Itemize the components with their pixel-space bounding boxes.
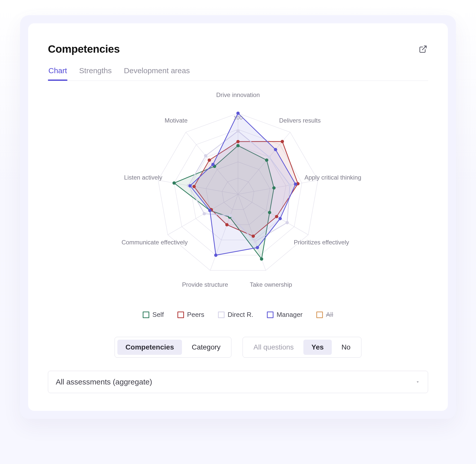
legend-item-direct-r-[interactable]: Direct R. [218, 311, 253, 319]
questions-toggle-group: All questions Yes No [243, 337, 361, 358]
radar-chart: Drive innovationDelivers resultsApply cr… [86, 93, 390, 306]
svg-point-14 [260, 257, 263, 261]
legend-swatch-icon [143, 312, 149, 318]
toggle-yes[interactable]: Yes [303, 340, 332, 355]
svg-point-31 [285, 221, 289, 224]
tab-strengths[interactable]: Strengths [79, 66, 112, 81]
svg-point-44 [188, 184, 192, 187]
legend-swatch-icon [316, 312, 323, 318]
svg-point-36 [204, 154, 207, 158]
svg-point-11 [265, 159, 268, 162]
svg-line-0 [422, 46, 426, 50]
legend-swatch-icon [267, 312, 273, 318]
legend-label: Peers [187, 311, 204, 319]
svg-point-19 [236, 140, 240, 143]
radar-axis-label: Prioritizes effectively [294, 239, 349, 246]
chevron-down-icon [415, 378, 420, 386]
competencies-card: Competencies Chart Strengths Development… [28, 23, 448, 411]
svg-point-34 [203, 212, 206, 215]
svg-point-26 [192, 185, 196, 188]
svg-point-30 [288, 183, 291, 187]
svg-point-29 [268, 155, 271, 159]
open-external-icon [419, 45, 427, 53]
questions-label: All questions [245, 340, 302, 355]
svg-point-17 [172, 181, 176, 185]
svg-point-42 [214, 254, 217, 257]
legend-item-manager[interactable]: Manager [267, 311, 303, 319]
svg-point-39 [294, 182, 297, 186]
tab-chart[interactable]: Chart [48, 66, 67, 81]
svg-point-13 [268, 211, 271, 214]
legend-label: Direct R. [228, 311, 253, 319]
svg-point-24 [225, 223, 229, 226]
svg-point-23 [252, 235, 255, 238]
chart-legend: SelfPeersDirect R.ManagerAll [143, 311, 333, 319]
radar-axis-label: Take ownership [250, 281, 292, 288]
view-toggle-group: Competencies Category [115, 337, 231, 358]
legend-label: All [326, 311, 333, 319]
page-title: Competencies [48, 43, 120, 55]
radar-max-label: 100 [233, 114, 243, 121]
svg-point-22 [275, 215, 278, 218]
radar-axis-label: Provide structure [182, 281, 228, 288]
legend-swatch-icon [218, 312, 225, 318]
svg-point-28 [236, 129, 240, 133]
toggle-no[interactable]: No [333, 340, 359, 355]
open-external-button[interactable] [418, 44, 428, 54]
legend-swatch-icon [177, 312, 184, 318]
svg-point-12 [272, 186, 276, 189]
assessments-dropdown[interactable]: All assessments (aggregate) [48, 371, 428, 393]
radar-axis-label: Communicate effectively [121, 239, 188, 246]
svg-point-38 [274, 148, 277, 151]
radar-axis-label: Listen actively [124, 174, 162, 181]
tab-bar: Chart Strengths Development areas [48, 66, 428, 81]
legend-item-self[interactable]: Self [143, 311, 164, 319]
svg-point-41 [256, 246, 259, 249]
svg-point-40 [279, 217, 282, 220]
legend-item-peers[interactable]: Peers [177, 311, 204, 319]
dropdown-selected-label: All assessments (aggregate) [56, 378, 152, 386]
svg-point-10 [236, 144, 240, 147]
legend-label: Self [152, 311, 164, 319]
radar-axis-label: Motivate [164, 117, 188, 124]
radar-axis-label: Drive innovation [216, 91, 260, 99]
svg-point-27 [208, 159, 211, 162]
svg-point-33 [229, 214, 232, 217]
svg-point-20 [281, 140, 284, 143]
svg-point-45 [211, 163, 215, 166]
legend-item-all[interactable]: All [316, 311, 333, 319]
radar-axis-label: Delivers results [279, 117, 321, 124]
svg-point-43 [208, 209, 212, 212]
svg-point-32 [253, 240, 257, 243]
tab-development-areas[interactable]: Development areas [123, 66, 190, 81]
toggle-competencies[interactable]: Competencies [117, 340, 182, 355]
legend-label: Manager [277, 311, 303, 319]
toggle-category[interactable]: Category [184, 340, 229, 355]
radar-axis-label: Apply critical thinking [304, 174, 361, 181]
